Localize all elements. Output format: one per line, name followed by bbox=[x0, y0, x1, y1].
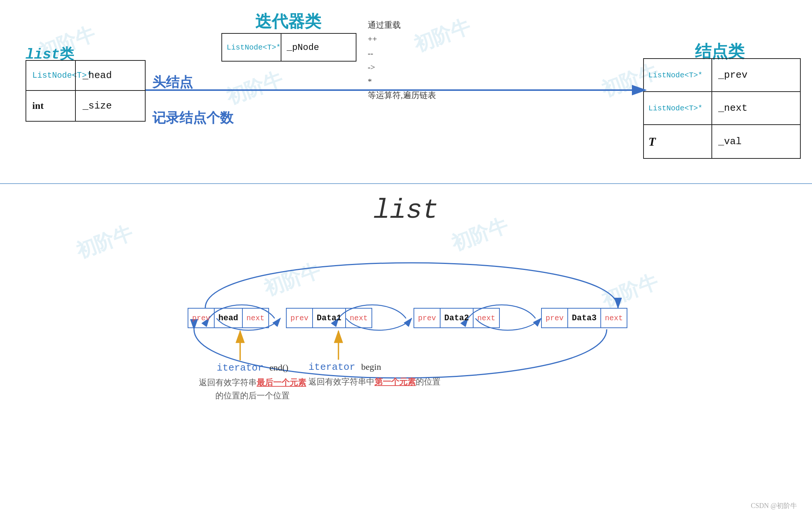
iter-end-title-end: end() bbox=[269, 363, 289, 372]
node-row-next-field: _next bbox=[711, 92, 800, 124]
list-diagram: prev head next prev Data1 next prev Data… bbox=[143, 233, 669, 421]
overload-line-4: -> bbox=[368, 60, 436, 74]
node-data3: prev Data3 next bbox=[541, 308, 627, 328]
list-suffix: 类 bbox=[60, 46, 74, 62]
iterator-class-box: ListNode<T>* _pNode bbox=[221, 33, 356, 62]
node-row-next: ListNode<T>* _next bbox=[644, 92, 800, 125]
list-row-head-type: ListNode<T>* bbox=[26, 71, 75, 80]
node-row-val: T _val bbox=[644, 125, 800, 158]
iter-end-title: iterator end() bbox=[199, 362, 306, 374]
node-row-val-field: _val bbox=[711, 125, 800, 158]
node-data1: prev Data1 next bbox=[286, 308, 372, 328]
node-data3-prev: prev bbox=[542, 309, 568, 327]
iter-begin-title-text: iterator bbox=[308, 362, 361, 373]
node-class-box: ListNode<T>* _prev ListNode<T>* _next T … bbox=[643, 58, 801, 159]
node-data1-data: Data1 bbox=[313, 309, 346, 327]
watermark-b1: 初阶牛 bbox=[72, 220, 137, 264]
iterator-row-type: ListNode<T>* bbox=[222, 43, 281, 52]
iterator-row-field: _pNode bbox=[281, 34, 356, 61]
iter-end-desc-line2: 的位置的后一个位置 bbox=[199, 389, 306, 402]
iter-end-desc-line1: 返回有效字符串最后一个元素 bbox=[199, 376, 306, 389]
list-row-head: ListNode<T>* _head bbox=[26, 61, 145, 91]
list-row-size-field: _size bbox=[75, 91, 145, 121]
node-head-data: head bbox=[215, 309, 243, 327]
node-data1-prev: prev bbox=[287, 309, 313, 327]
node-data2: prev Data2 next bbox=[414, 308, 500, 328]
list-row-head-field: _head bbox=[75, 61, 145, 90]
overload-text: 通过重载 ++ -- -> * 等运算符,遍历链表 bbox=[368, 18, 436, 102]
top-section: 初阶牛 初阶牛 初阶牛 初阶牛 list类 ListNode<T>* _head… bbox=[0, 0, 812, 184]
iterator-class-title: 迭代器类 bbox=[255, 11, 321, 33]
node-data2-next: next bbox=[474, 309, 499, 327]
list-row-size: int _size bbox=[26, 91, 145, 121]
label-head-node: 头结点 bbox=[152, 73, 193, 92]
node-head-next: next bbox=[243, 309, 268, 327]
bottom-section: 初阶牛 初阶牛 初阶牛 初阶牛 list bbox=[0, 184, 812, 517]
iter-end-desc: 返回有效字符串最后一个元素 的位置的后一个位置 bbox=[199, 376, 306, 402]
overload-line-5: * bbox=[368, 74, 436, 88]
list-bottom-title: list bbox=[0, 184, 812, 226]
iter-end-highlight: 最后一个元素 bbox=[257, 378, 306, 387]
node-head-prev: prev bbox=[188, 309, 215, 327]
iterator-row-pnode: ListNode<T>* _pNode bbox=[222, 34, 356, 61]
watermark-t2: 初阶牛 bbox=[223, 66, 287, 110]
node-row-next-type: ListNode<T>* bbox=[644, 104, 711, 113]
iter-begin-desc: 返回有效字符串中第一个元素的位置 bbox=[308, 375, 441, 388]
overload-line-6: 等运算符,遍历链表 bbox=[368, 88, 436, 102]
node-data2-prev: prev bbox=[414, 309, 441, 327]
node-data2-box: prev Data2 next bbox=[414, 308, 500, 328]
iter-begin-container: iterator begin 返回有效字符串中第一个元素的位置 bbox=[308, 362, 441, 388]
node-row-prev-field: _prev bbox=[711, 59, 800, 91]
node-data3-box: prev Data3 next bbox=[541, 308, 627, 328]
iter-end-title-text: iterator bbox=[217, 362, 269, 374]
node-row-val-type: T bbox=[644, 135, 711, 149]
list-class-box: ListNode<T>* _head int _size bbox=[26, 60, 146, 122]
list-row-size-type: int bbox=[26, 100, 75, 112]
node-data1-box: prev Data1 next bbox=[286, 308, 372, 328]
node-head-box: prev head next bbox=[188, 308, 269, 328]
node-row-prev: ListNode<T>* _prev bbox=[644, 59, 800, 92]
node-head: prev head next bbox=[188, 308, 269, 328]
iter-end-container: iterator end() 返回有效字符串最后一个元素 的位置的后一个位置 bbox=[199, 362, 306, 402]
overload-line-1: 通过重载 bbox=[368, 18, 436, 32]
overload-line-3: -- bbox=[368, 46, 436, 60]
iter-begin-title: iterator begin bbox=[308, 362, 441, 373]
overload-line-2: ++ bbox=[368, 32, 436, 46]
node-data3-next: next bbox=[601, 309, 627, 327]
label-record-count: 记录结点个数 bbox=[152, 109, 233, 127]
node-data3-data: Data3 bbox=[568, 309, 601, 327]
footer: CSDN @初阶牛 bbox=[751, 501, 797, 510]
iter-begin-title-begin: begin bbox=[361, 362, 381, 372]
iter-begin-highlight: 第一个元素 bbox=[374, 377, 416, 386]
node-row-prev-type: ListNode<T>* bbox=[644, 71, 711, 80]
iter-begin-desc-line1: 返回有效字符串中第一个元素的位置 bbox=[308, 375, 441, 388]
node-data2-data: Data2 bbox=[441, 309, 474, 327]
node-data1-next: next bbox=[346, 309, 371, 327]
